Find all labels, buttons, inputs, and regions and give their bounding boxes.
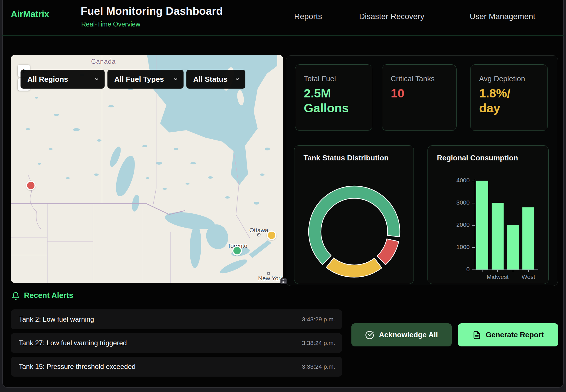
region-filter-value: All Regions (27, 75, 68, 84)
x-tick-mark (482, 270, 482, 272)
map-marker-warning[interactable] (267, 230, 276, 240)
chevron-down-icon (235, 76, 240, 82)
x-tick-label: Midwest (481, 273, 515, 280)
alert-text: Tank 27: Low fuel warning triggered (19, 339, 127, 347)
app-window: AirMatrix Fuel Monitoring Dashboard Real… (0, 0, 566, 392)
bell-icon (11, 292, 20, 300)
alert-row[interactable]: Tank 2: Low fuel warning 3:43:29 p.m. (11, 309, 342, 329)
drag-handle-icon (281, 279, 286, 283)
nav-disaster-recovery[interactable]: Disaster Recovery (359, 12, 424, 21)
y-tick-label: 1000 (449, 244, 470, 250)
map-label-new-york: New York (254, 275, 283, 282)
donut-segment-warning (326, 258, 382, 277)
bar (507, 225, 519, 270)
stat-label: Total Fuel (304, 74, 336, 83)
map-marker-critical[interactable] (26, 181, 36, 190)
status-filter-select[interactable]: All Status (186, 70, 245, 89)
alert-text: Tank 2: Low fuel warning (19, 315, 94, 323)
fuel-type-filter-value: All Fuel Types (114, 75, 164, 84)
y-axis-line (475, 179, 475, 270)
stat-label: Critical Tanks (391, 74, 435, 83)
generate-report-button[interactable]: Generate Report (458, 323, 558, 346)
fuel-map[interactable]: + All Regions All Fuel Types All Status … (11, 55, 283, 283)
x-tick-mark (497, 270, 498, 272)
generate-report-label: Generate Report (486, 330, 544, 339)
page-title: Fuel Monitoring Dashboard (81, 5, 223, 17)
y-tick-mark (472, 225, 475, 226)
status-filter-value: All Status (193, 75, 227, 84)
y-tick-mark (472, 247, 475, 248)
alert-time: 3:43:29 p.m. (302, 316, 335, 323)
region-filter-select[interactable]: All Regions (21, 70, 105, 89)
stat-value: 1.8%/ day (479, 86, 510, 116)
bar (492, 203, 504, 270)
drag-handle[interactable] (280, 278, 287, 284)
y-tick-mark (472, 270, 475, 270)
y-tick-mark (472, 181, 475, 181)
stat-value: 2.5M Gallons (304, 86, 349, 116)
donut-segment-critical (377, 239, 399, 265)
brand-logo: AirMatrix (11, 9, 49, 19)
stat-card-critical-tanks: Critical Tanks 10 (382, 64, 457, 131)
acknowledge-all-button[interactable]: Acknowledge All (351, 323, 452, 346)
alerts-section-title: Recent Alerts (24, 291, 73, 300)
y-tick-label: 0 (449, 266, 470, 273)
regional-consumption-bar-chart: 01000200030004000MidwestWest (428, 146, 549, 284)
tank-status-donut-chart (294, 146, 414, 284)
stat-label: Avg Depletion (479, 74, 525, 83)
header-divider (2, 35, 564, 36)
stat-card-total-fuel: Total Fuel 2.5M Gallons (295, 64, 372, 131)
y-tick-label: 2000 (449, 221, 470, 228)
document-icon (473, 331, 481, 339)
nav-reports[interactable]: Reports (294, 12, 322, 21)
alert-time: 3:33:24 p.m. (302, 363, 335, 370)
bar (476, 181, 488, 270)
y-tick-label: 3000 (449, 199, 470, 206)
map-marker-normal[interactable] (232, 246, 242, 256)
tank-status-card: Tank Status Distribution (294, 145, 414, 284)
alert-time: 3:38:24 p.m. (302, 340, 335, 346)
check-circle-icon (365, 330, 374, 340)
stat-card-avg-depletion: Avg Depletion 1.8%/ day (470, 64, 548, 131)
alert-row[interactable]: Tank 15: Pressure threshold exceeded 3:3… (11, 357, 342, 377)
x-tick-label: West (511, 273, 545, 280)
regional-consumption-card: Regional Consumption 01000200030004000Mi… (427, 145, 549, 284)
stat-value: 10 (391, 86, 404, 101)
acknowledge-all-label: Acknowledge All (379, 330, 438, 339)
x-tick-mark (513, 270, 513, 272)
map-label-canada: Canada (88, 58, 119, 66)
alert-row[interactable]: Tank 27: Low fuel warning triggered 3:38… (11, 333, 342, 353)
nav-user-management[interactable]: User Management (470, 12, 535, 21)
y-tick-mark (472, 203, 475, 203)
x-tick-mark (528, 270, 529, 272)
y-tick-label: 4000 (449, 177, 470, 184)
chevron-down-icon (173, 76, 178, 82)
page-subtitle: Real-Time Overview (81, 21, 140, 28)
alert-text: Tank 15: Pressure threshold exceeded (19, 363, 136, 371)
bar (522, 207, 534, 270)
chevron-down-icon (94, 76, 99, 82)
fuel-type-filter-select[interactable]: All Fuel Types (107, 70, 184, 89)
